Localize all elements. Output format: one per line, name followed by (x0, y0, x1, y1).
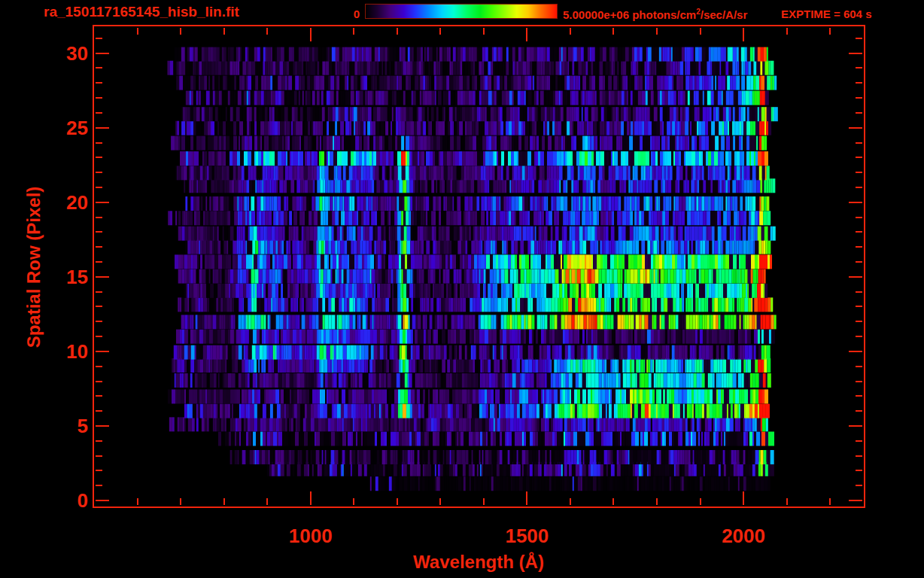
tick-mark (96, 336, 102, 337)
tick-mark (96, 157, 102, 158)
colorbar-max-label: 5.00000e+06 photons/cm2/sec/A/sr (563, 8, 747, 21)
colorbar-units-suffix: /sec/A/sr (701, 8, 748, 21)
tick-mark (829, 498, 831, 505)
tick-mark (96, 261, 102, 263)
tick-mark (856, 157, 862, 158)
x-axis-title: Wavelength (Å) (413, 552, 544, 573)
tick-mark (849, 500, 862, 501)
tick-mark (786, 28, 788, 35)
tick-mark (96, 306, 102, 307)
x-tick-label: 1500 (505, 525, 549, 548)
tick-mark (612, 28, 614, 35)
tick-mark (223, 498, 225, 505)
tick-mark (656, 28, 658, 35)
tick-mark (96, 142, 102, 144)
tick-mark (96, 321, 102, 322)
tick-mark (96, 470, 102, 471)
tick-mark (180, 498, 181, 505)
y-tick-label: 0 (29, 489, 88, 513)
tick-mark (96, 202, 109, 203)
tick-mark (96, 187, 102, 188)
tick-mark (856, 261, 862, 263)
tick-mark (96, 82, 102, 84)
tick-mark (96, 276, 109, 278)
tick-mark (96, 231, 102, 233)
x-tick-label: 2000 (722, 525, 765, 548)
tick-mark (612, 498, 614, 505)
tick-mark (96, 112, 102, 114)
tick-mark (849, 53, 862, 54)
tick-mark (700, 498, 701, 505)
colorbar-max-value: 5.00000e+06 photons/cm (563, 8, 696, 21)
tick-mark (700, 28, 701, 35)
tick-mark (856, 82, 862, 84)
tick-mark (656, 498, 658, 505)
tick-mark (96, 217, 102, 218)
tick-mark (439, 498, 441, 505)
tick-mark (353, 28, 354, 35)
y-axis-title: Spatial Row (Pixel) (23, 187, 44, 348)
exptime-label: EXPTIME = 604 s (781, 8, 871, 20)
tick-mark (96, 291, 102, 293)
tick-mark (856, 440, 862, 442)
tick-mark (96, 127, 109, 129)
tick-mark (856, 455, 862, 457)
tick-mark (849, 276, 862, 278)
tick-mark (96, 395, 102, 397)
tick-mark (180, 28, 181, 35)
tick-mark (849, 351, 862, 352)
plot-frame (93, 25, 865, 508)
tick-mark (96, 440, 102, 442)
filename-title: ra_150117165145_hisb_lin.fit (44, 4, 239, 20)
colorbar (365, 4, 558, 19)
tick-mark (856, 142, 862, 144)
tick-mark (856, 231, 862, 233)
tick-mark (743, 491, 744, 505)
tick-mark (849, 127, 862, 129)
tick-mark (96, 97, 102, 99)
tick-mark (856, 336, 862, 337)
tick-mark (397, 498, 398, 505)
tick-mark (856, 172, 862, 173)
tick-mark (829, 28, 831, 35)
tick-mark (137, 28, 138, 35)
tick-mark (856, 38, 862, 39)
tick-mark (856, 291, 862, 293)
tick-mark (786, 498, 788, 505)
tick-mark (223, 28, 225, 35)
tick-mark (856, 395, 862, 397)
tick-mark (96, 410, 102, 412)
tick-mark (96, 425, 109, 427)
y-tick-label: 25 (29, 116, 88, 139)
tick-mark (856, 321, 862, 322)
tick-mark (96, 53, 109, 54)
tick-mark (96, 172, 102, 173)
tick-mark (856, 246, 862, 248)
tick-mark (743, 28, 744, 41)
tick-mark (856, 485, 862, 486)
tick-mark (856, 470, 862, 471)
spectral-image-viewer: ra_150117165145_hisb_lin.fit 0 5.00000e+… (0, 0, 924, 578)
tick-mark (856, 306, 862, 307)
tick-mark (856, 410, 862, 412)
y-tick-label: 30 (29, 41, 88, 65)
tick-mark (856, 97, 862, 99)
y-tick-label: 5 (29, 415, 88, 438)
tick-mark (397, 28, 398, 35)
tick-mark (96, 366, 102, 367)
tick-mark (849, 202, 862, 203)
tick-mark (856, 381, 862, 382)
tick-mark (137, 498, 138, 505)
tick-mark (353, 498, 354, 505)
tick-mark (849, 425, 862, 427)
tick-mark (96, 67, 102, 68)
tick-mark (266, 28, 268, 35)
tick-mark (856, 366, 862, 367)
tick-mark (439, 28, 441, 35)
tick-mark (856, 187, 862, 188)
tick-mark (96, 351, 109, 352)
colorbar-min-label: 0 (343, 8, 360, 20)
tick-mark (96, 485, 102, 486)
tick-mark (570, 498, 571, 505)
tick-mark (856, 217, 862, 218)
